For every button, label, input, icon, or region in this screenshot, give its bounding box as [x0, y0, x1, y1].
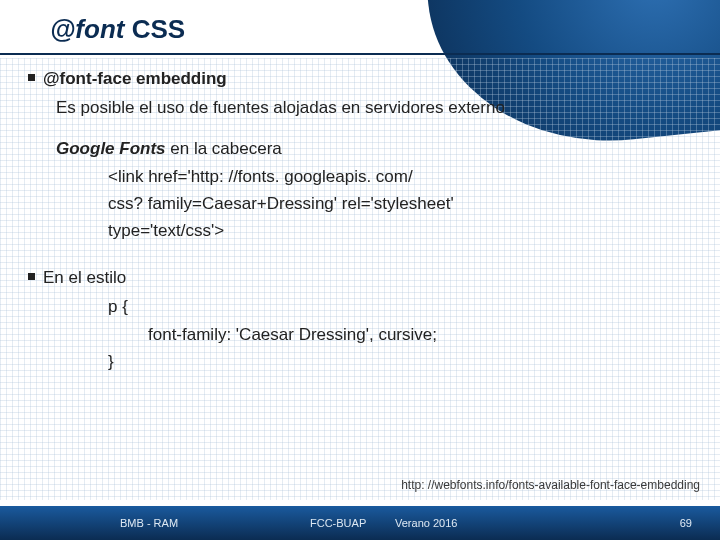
link-line-3: type='text/css'>	[28, 217, 692, 244]
slide: @font CSS @font-face embedding Es posibl…	[0, 0, 720, 540]
css-rule: font-family: 'Caesar Dressing', cursive;	[28, 321, 692, 348]
fontface-desc: Es posible el uso de fuentes alojadas en…	[28, 94, 692, 121]
css-open: p {	[28, 293, 692, 320]
footer-org: FCC-BUAP	[310, 517, 366, 529]
square-bullet-icon	[28, 273, 35, 280]
css-close: }	[28, 348, 692, 375]
source-link: http: //webfonts.info/fonts-available-fo…	[401, 478, 700, 492]
fontface-heading: @font-face embedding	[43, 65, 692, 92]
estilo-heading: En el estilo	[43, 264, 692, 291]
footer-term: Verano 2016	[395, 517, 457, 529]
footer-author: BMB - RAM	[120, 517, 178, 529]
google-fonts-line: Google Fonts en la cabecera	[28, 135, 692, 162]
title-rule	[0, 53, 720, 55]
title-italic: @font	[50, 14, 124, 44]
footer-page: 69	[680, 517, 692, 529]
google-fonts-label: Google Fonts	[56, 139, 166, 158]
bullet-fontface: @font-face embedding	[28, 65, 692, 92]
link-line-2: css? family=Caesar+Dressing' rel='styles…	[28, 190, 692, 217]
content-area: @font-face embedding Es posible el uso d…	[0, 65, 720, 375]
bullet-estilo: En el estilo	[28, 264, 692, 291]
google-fonts-suffix: en la cabecera	[166, 139, 282, 158]
square-bullet-icon	[28, 74, 35, 81]
link-line-1: <link href='http: //fonts. googleapis. c…	[28, 163, 692, 190]
title-rest: CSS	[124, 14, 185, 44]
footer-bar: BMB - RAM FCC-BUAP Verano 2016 69	[0, 506, 720, 540]
slide-title: @font CSS	[0, 0, 720, 53]
